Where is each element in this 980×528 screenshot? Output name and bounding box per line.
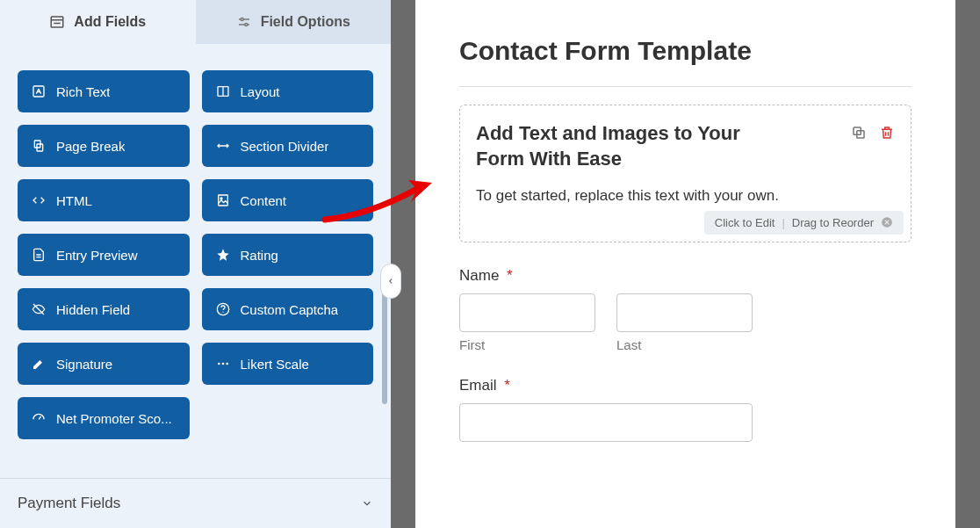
sidebar: Add Fields Field Options Rich Text Layou… xyxy=(0,0,391,528)
chevron-left-icon xyxy=(386,277,395,286)
sliders-icon xyxy=(236,14,252,30)
required-asterisk: * xyxy=(504,377,510,394)
svg-point-14 xyxy=(220,198,222,199)
content-field-block[interactable]: Add Text and Images to Your Form With Ea… xyxy=(459,105,912,242)
field-label: Custom Captcha xyxy=(241,302,339,317)
code-icon xyxy=(32,193,46,207)
pencil-icon xyxy=(32,357,46,371)
last-sublabel: Last xyxy=(616,337,753,352)
field-grid: Rich Text Layout Page Break Section Divi… xyxy=(0,44,391,457)
field-label: Rich Text xyxy=(56,84,110,99)
tab-field-options[interactable]: Field Options xyxy=(196,0,392,44)
svg-point-6 xyxy=(244,24,247,26)
eye-off-icon xyxy=(32,302,46,316)
copy-icon xyxy=(32,139,46,153)
tab-add-fields[interactable]: Add Fields xyxy=(0,0,196,44)
star-icon xyxy=(216,248,230,262)
field-label: Hidden Field xyxy=(56,302,130,317)
edit-icon xyxy=(32,84,46,98)
columns-icon xyxy=(216,84,230,98)
field-section-divider[interactable]: Section Divider xyxy=(202,125,374,167)
field-layout[interactable]: Layout xyxy=(202,70,374,112)
hint-divider: | xyxy=(782,216,784,229)
email-input[interactable] xyxy=(459,403,753,442)
svg-point-19 xyxy=(222,312,223,313)
name-label: Name * xyxy=(459,267,912,285)
field-label: Signature xyxy=(56,357,112,372)
svg-rect-13 xyxy=(218,195,227,206)
svg-rect-0 xyxy=(52,17,64,27)
form-icon xyxy=(49,14,65,30)
form-canvas: Contact Form Template Add Text and Image… xyxy=(415,0,955,528)
field-net-promoter[interactable]: Net Promoter Sco... xyxy=(18,397,190,439)
field-content[interactable]: Content xyxy=(202,179,374,221)
content-heading: Add Text and Images to Your Form With Ea… xyxy=(476,121,775,171)
field-label: HTML xyxy=(56,193,92,208)
payment-fields-toggle[interactable]: Payment Fields xyxy=(0,478,391,528)
sidebar-tabs: Add Fields Field Options xyxy=(0,0,391,44)
first-sublabel: First xyxy=(459,337,595,352)
duplicate-icon[interactable] xyxy=(851,125,867,141)
field-label: Page Break xyxy=(56,139,125,154)
first-name-input[interactable] xyxy=(459,293,595,332)
field-label: Rating xyxy=(241,248,278,263)
hint-click: Click to Edit xyxy=(715,216,775,229)
payment-fields-label: Payment Fields xyxy=(18,495,120,512)
tab-add-fields-label: Add Fields xyxy=(74,14,146,30)
svg-line-23 xyxy=(39,416,41,419)
question-icon xyxy=(216,302,230,316)
field-hidden-field[interactable]: Hidden Field xyxy=(18,288,190,330)
close-hint-icon[interactable] xyxy=(881,216,893,228)
svg-point-21 xyxy=(221,363,224,365)
form-title[interactable]: Contact Form Template xyxy=(459,35,912,67)
title-divider xyxy=(459,86,912,87)
field-entry-preview[interactable]: Entry Preview xyxy=(18,234,190,276)
edit-hint: Click to Edit | Drag to Reorder xyxy=(704,211,904,235)
field-likert-scale[interactable]: Likert Scale xyxy=(202,343,374,385)
field-label: Layout xyxy=(241,84,280,99)
file-image-icon xyxy=(216,193,230,207)
form-preview-area: Contact Form Template Add Text and Image… xyxy=(391,0,980,528)
field-custom-captcha[interactable]: Custom Captcha xyxy=(202,288,374,330)
svg-point-5 xyxy=(241,18,243,21)
field-rich-text[interactable]: Rich Text xyxy=(18,70,190,112)
svg-point-20 xyxy=(218,363,220,365)
file-icon xyxy=(32,248,46,262)
trash-icon[interactable] xyxy=(879,125,895,141)
svg-point-22 xyxy=(226,363,228,365)
chevron-down-icon xyxy=(361,497,373,510)
required-asterisk: * xyxy=(507,267,513,284)
field-signature[interactable]: Signature xyxy=(18,343,190,385)
field-label: Section Divider xyxy=(241,139,329,154)
field-page-break[interactable]: Page Break xyxy=(18,125,190,167)
field-label: Likert Scale xyxy=(241,357,309,372)
content-description: To get started, replace this text with y… xyxy=(476,185,792,206)
sidebar-collapse-handle[interactable] xyxy=(380,264,401,299)
tab-field-options-label: Field Options xyxy=(261,14,350,30)
email-field[interactable]: Email * xyxy=(459,377,912,442)
hint-drag: Drag to Reorder xyxy=(792,216,874,229)
field-html[interactable]: HTML xyxy=(18,179,190,221)
email-label: Email * xyxy=(459,377,912,394)
divider-icon xyxy=(216,139,230,153)
field-label: Entry Preview xyxy=(56,248,138,263)
field-label: Net Promoter Sco... xyxy=(56,411,172,426)
field-rating[interactable]: Rating xyxy=(202,234,374,276)
dots-icon xyxy=(216,357,230,371)
last-name-input[interactable] xyxy=(616,293,753,332)
field-label: Content xyxy=(241,193,287,208)
name-field[interactable]: Name * First Last xyxy=(459,267,912,352)
gauge-icon xyxy=(32,411,46,425)
